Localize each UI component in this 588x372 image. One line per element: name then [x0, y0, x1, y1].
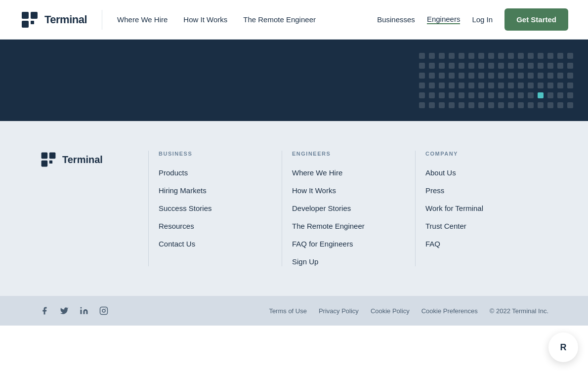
- dot: [478, 63, 484, 69]
- footer-link[interactable]: Sign Up: [292, 257, 318, 266]
- dot: [528, 102, 534, 108]
- dot: [508, 102, 514, 108]
- svg-rect-6: [42, 161, 48, 167]
- dot: [449, 83, 455, 88]
- svg-rect-9: [100, 307, 108, 315]
- dot: [429, 102, 435, 108]
- footer-col-title-2: COMPANY: [425, 151, 539, 157]
- footer-link-item[interactable]: Press: [425, 186, 539, 195]
- nav-item-remote-engineer[interactable]: The Remote Engineer: [243, 15, 316, 24]
- footer-link-item[interactable]: FAQ: [425, 240, 539, 248]
- footer-bottom-link[interactable]: Privacy Policy: [319, 307, 359, 315]
- dot: [449, 53, 455, 59]
- footer-link-item[interactable]: Work for Terminal: [425, 204, 539, 213]
- footer-link-item[interactable]: About Us: [425, 168, 539, 177]
- hero-section: [0, 40, 588, 121]
- linkedin-icon[interactable]: [79, 306, 89, 316]
- footer-link[interactable]: The Remote Engineer: [292, 222, 365, 230]
- footer-link-item[interactable]: Success Stories: [159, 204, 272, 213]
- nav-businesses[interactable]: Businesses: [377, 15, 415, 24]
- dot: [528, 92, 534, 98]
- footer-copyright: © 2022 Terminal Inc.: [490, 307, 548, 315]
- dot: [518, 83, 524, 88]
- dot: [498, 92, 504, 98]
- footer-link[interactable]: Success Stories: [159, 204, 212, 212]
- footer-link-item[interactable]: How It Works: [292, 186, 405, 195]
- nav-engineers[interactable]: Engineers: [427, 15, 461, 24]
- footer-cols-wrapper: BUSINESSProductsHiring MarketsSuccess St…: [148, 151, 548, 266]
- dot: [429, 73, 435, 79]
- dot: [419, 92, 425, 98]
- footer-link[interactable]: FAQ for Engineers: [292, 240, 353, 248]
- dot: [449, 102, 455, 108]
- footer-link-item[interactable]: Contact Us: [159, 240, 272, 248]
- footer-link[interactable]: Developer Stories: [292, 204, 351, 212]
- footer-bottom-link[interactable]: Cookie Policy: [371, 307, 410, 315]
- dot: [508, 53, 514, 59]
- footer-bottom-link[interactable]: Cookie Preferences: [421, 307, 478, 315]
- navbar-logo[interactable]: Terminal: [20, 10, 87, 30]
- dot: [478, 102, 484, 108]
- footer-link[interactable]: Press: [425, 186, 444, 195]
- footer-link[interactable]: Hiring Markets: [159, 186, 207, 195]
- svg-point-8: [81, 307, 82, 309]
- dot: [518, 92, 524, 98]
- dot: [488, 53, 494, 59]
- twitter-icon[interactable]: [59, 306, 69, 316]
- dot: [557, 92, 563, 98]
- footer-link[interactable]: Work for Terminal: [425, 204, 483, 212]
- nav-item-where-we-hire[interactable]: Where We Hire: [117, 15, 168, 24]
- footer-link-item[interactable]: Sign Up: [292, 257, 405, 266]
- footer-link[interactable]: Trust Center: [425, 222, 466, 230]
- dot: [488, 63, 494, 69]
- footer-links-0: ProductsHiring MarketsSuccess StoriesRes…: [159, 168, 272, 248]
- dot: [518, 53, 524, 59]
- footer-link-item[interactable]: Hiring Markets: [159, 186, 272, 195]
- footer-link-item[interactable]: Where We Hire: [292, 168, 405, 177]
- footer-link[interactable]: Products: [159, 168, 188, 177]
- footer-link-item[interactable]: Products: [159, 168, 272, 177]
- footer-link[interactable]: How It Works: [292, 186, 336, 195]
- footer-link-item[interactable]: The Remote Engineer: [292, 222, 405, 231]
- dot: [459, 102, 464, 108]
- social-icons: [40, 306, 109, 316]
- dot: [419, 63, 425, 69]
- nav-item-how-it-works[interactable]: How It Works: [183, 15, 227, 24]
- dot: [508, 73, 514, 79]
- navbar-primary-links: Where We Hire How It Works The Remote En…: [117, 15, 316, 24]
- dots-row: [419, 73, 573, 79]
- footer-logo-col: Terminal: [40, 151, 148, 266]
- instagram-icon[interactable]: [99, 306, 109, 316]
- log-in-button[interactable]: Log In: [472, 15, 493, 24]
- footer-logo-icon: [40, 151, 57, 168]
- footer-link[interactable]: About Us: [425, 168, 456, 177]
- svg-rect-2: [22, 21, 29, 28]
- footer-link-item[interactable]: FAQ for Engineers: [292, 240, 405, 248]
- dot: [538, 92, 544, 98]
- footer-col-engineers: ENGINEERSWhere We HireHow It WorksDevelo…: [282, 151, 415, 266]
- footer-link-item[interactable]: Developer Stories: [292, 204, 405, 213]
- footer-bottom-link[interactable]: Terms of Use: [269, 307, 307, 315]
- dot: [429, 92, 435, 98]
- facebook-icon[interactable]: [40, 306, 49, 316]
- dot: [468, 73, 474, 79]
- dot: [488, 83, 494, 88]
- dots-row: [419, 92, 573, 98]
- dot: [478, 92, 484, 98]
- footer-link-item[interactable]: Resources: [159, 222, 272, 231]
- get-started-button[interactable]: Get Started: [504, 8, 568, 31]
- footer-link[interactable]: Resources: [159, 222, 194, 230]
- footer-link-item[interactable]: Trust Center: [425, 222, 539, 231]
- footer-link[interactable]: FAQ: [425, 240, 440, 248]
- dot: [439, 53, 445, 59]
- dot: [567, 102, 573, 108]
- svg-point-10: [102, 309, 105, 312]
- dot: [557, 83, 563, 88]
- footer-logo[interactable]: Terminal: [40, 151, 128, 168]
- dot: [557, 102, 563, 108]
- footer-col-title-1: ENGINEERS: [292, 151, 405, 157]
- svg-rect-5: [49, 153, 56, 159]
- svg-rect-0: [22, 12, 29, 19]
- footer-link[interactable]: Contact Us: [159, 240, 195, 248]
- footer-link[interactable]: Where We Hire: [292, 168, 342, 177]
